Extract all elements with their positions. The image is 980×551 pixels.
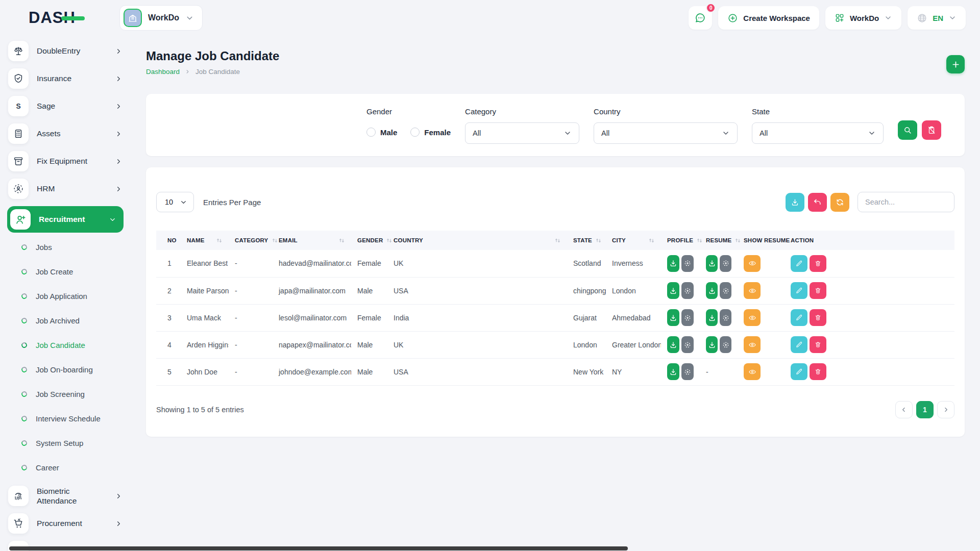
edit-button[interactable] xyxy=(791,282,807,299)
delete-button[interactable] xyxy=(810,255,826,272)
reset-filter-button[interactable] xyxy=(922,120,941,140)
sidebar-item-fix-equipment[interactable]: Fix Equipment xyxy=(8,151,122,171)
resume-download-button[interactable] xyxy=(706,309,718,326)
column-header-no: NO xyxy=(156,231,181,250)
column-header-country[interactable]: COUNTRY xyxy=(387,231,567,250)
edit-button[interactable] xyxy=(791,336,807,353)
create-workspace-button[interactable]: Create Workspace xyxy=(718,6,819,30)
messages-button[interactable]: 0 xyxy=(689,6,712,30)
sidebar-item-recruitment[interactable]: Recruitment xyxy=(7,206,124,233)
profile-download-button[interactable] xyxy=(667,255,679,272)
bullet-icon xyxy=(20,390,28,397)
show-resume-button[interactable] xyxy=(744,282,761,299)
profile-preview-button[interactable] xyxy=(681,309,694,326)
submenu-item-label: Job Application xyxy=(36,292,87,300)
female-radio[interactable]: Female xyxy=(410,128,451,137)
sidebar-item-insurance[interactable]: Insurance xyxy=(8,68,122,89)
resume-download-button[interactable] xyxy=(706,255,718,272)
submenu-item-job-create[interactable]: Job Create xyxy=(8,265,122,278)
state-select[interactable]: All xyxy=(752,122,884,144)
sidebar-item-procurement[interactable]: Procurement xyxy=(8,513,122,534)
profile-preview-button[interactable] xyxy=(681,255,694,272)
cell-country: UK xyxy=(387,250,567,277)
delete-button[interactable] xyxy=(810,309,826,326)
profile-download-button[interactable] xyxy=(667,282,679,299)
submenu-item-job-application[interactable]: Job Application xyxy=(8,290,122,302)
resume-download-button[interactable] xyxy=(706,336,718,353)
workspace-building-icon xyxy=(124,9,142,27)
refresh-button[interactable] xyxy=(830,193,849,212)
submenu-item-job-screening[interactable]: Job Screening xyxy=(8,388,122,400)
country-select[interactable]: All xyxy=(594,122,738,144)
submenu-item-job-archived[interactable]: Job Archived xyxy=(8,314,122,327)
bullet-icon xyxy=(20,464,28,471)
show-resume-button[interactable] xyxy=(744,255,761,272)
apply-filter-button[interactable] xyxy=(898,120,917,140)
sidebar-item-doubleentry[interactable]: DoubleEntry xyxy=(8,41,122,61)
column-header-email[interactable]: EMAIL xyxy=(273,231,351,250)
submenu-item-career[interactable]: Career xyxy=(8,461,122,473)
column-header-resume[interactable]: RESUME xyxy=(700,231,738,250)
delete-button[interactable] xyxy=(810,282,826,299)
language-button[interactable]: EN xyxy=(908,6,966,30)
entries-per-page-select[interactable]: 10 xyxy=(156,192,194,212)
pagination-prev-button[interactable] xyxy=(895,401,913,418)
show-resume-button[interactable] xyxy=(744,363,761,380)
delete-button[interactable] xyxy=(810,336,826,353)
pagination-next-button[interactable] xyxy=(937,401,954,418)
resume-preview-button[interactable] xyxy=(720,255,731,272)
workspace-selector[interactable]: WorkDo xyxy=(119,5,203,31)
profile-preview-button[interactable] xyxy=(681,336,694,353)
edit-button[interactable] xyxy=(791,363,807,380)
delete-button[interactable] xyxy=(810,363,826,380)
column-header-category[interactable]: CATEGORY xyxy=(229,231,273,250)
export-button[interactable] xyxy=(786,193,804,212)
sidebar-item-assets[interactable]: Assets xyxy=(8,123,122,144)
category-select[interactable]: All xyxy=(465,122,579,144)
show-resume-button[interactable] xyxy=(744,309,761,326)
male-radio[interactable]: Male xyxy=(366,128,397,137)
show-resume-button[interactable] xyxy=(744,336,761,353)
resume-preview-button[interactable] xyxy=(720,282,731,299)
submenu-item-job-candidate[interactable]: Job Candidate xyxy=(8,339,122,351)
sidebar-item-sage[interactable]: Sage xyxy=(8,96,122,116)
male-radio-label: Male xyxy=(380,128,397,137)
column-header-name[interactable]: NAME xyxy=(181,231,229,250)
column-header-profile[interactable]: PROFILE xyxy=(661,231,700,250)
column-header-gender[interactable]: GENDER xyxy=(351,231,387,250)
profile-preview-button[interactable] xyxy=(681,282,694,299)
resume-preview-button[interactable] xyxy=(720,309,731,326)
app-logo[interactable]: DASH xyxy=(29,9,86,27)
profile-download-button[interactable] xyxy=(667,336,679,353)
search-input[interactable] xyxy=(857,192,954,212)
add-candidate-button[interactable] xyxy=(946,55,965,73)
resume-download-button[interactable] xyxy=(706,282,718,299)
edit-button[interactable] xyxy=(791,255,807,272)
column-header-state[interactable]: STATE xyxy=(567,231,606,250)
undo-button[interactable] xyxy=(808,193,827,212)
breadcrumb-dashboard-link[interactable]: Dashboard xyxy=(146,68,180,76)
cell-name: Uma Mack xyxy=(181,304,229,331)
profile-download-button[interactable] xyxy=(667,309,679,326)
workspace-menu-button[interactable]: WorkDo xyxy=(825,6,901,30)
profile-preview-button[interactable] xyxy=(681,363,694,380)
cell-state: New York xyxy=(567,358,606,385)
sidebar-item-biometric-attendance[interactable]: Biometric Attendance xyxy=(8,486,122,506)
create-workspace-label: Create Workspace xyxy=(743,14,810,22)
sage-icon xyxy=(8,96,29,116)
edit-button[interactable] xyxy=(791,309,807,326)
profile-download-button[interactable] xyxy=(667,363,679,380)
pagination-page-1-button[interactable]: 1 xyxy=(916,401,934,418)
horizontal-scrollbar-thumb[interactable] xyxy=(9,546,628,550)
cell-resume-empty: - xyxy=(700,358,738,385)
submenu-item-jobs[interactable]: Jobs xyxy=(8,241,122,253)
download-icon xyxy=(791,198,799,207)
submenu-item-system-setup[interactable]: System Setup xyxy=(8,437,122,449)
sidebar-item-label: Fix Equipment xyxy=(37,156,104,166)
submenu-item-job-onboarding[interactable]: Job On-boarding xyxy=(8,363,122,375)
submenu-item-interview-schedule[interactable]: Interview Schedule xyxy=(8,412,122,424)
sidebar-item-hrm[interactable]: HRM xyxy=(8,179,122,199)
resume-preview-button[interactable] xyxy=(720,336,731,353)
column-header-city[interactable]: CITY xyxy=(606,231,661,250)
cell-country: USA xyxy=(387,358,567,385)
